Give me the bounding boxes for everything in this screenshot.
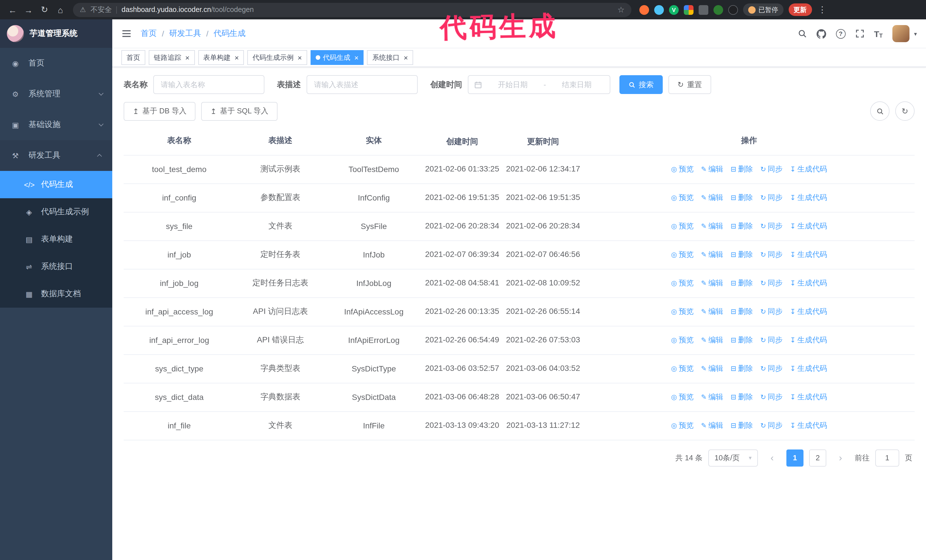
extension-icon[interactable]: [654, 5, 664, 15]
action-preview-link[interactable]: ◎预览: [671, 335, 693, 345]
breadcrumb-home[interactable]: 首页: [141, 29, 157, 39]
logo[interactable]: 芋道管理系统: [0, 20, 112, 48]
refresh-table-button[interactable]: ↻: [895, 101, 915, 121]
close-icon[interactable]: ×: [354, 53, 359, 62]
action-generate-code-link[interactable]: ↧生成代码: [790, 420, 827, 431]
close-icon[interactable]: ×: [235, 53, 239, 62]
view-tab[interactable]: 代码生成示例 ×: [247, 50, 307, 65]
home-icon[interactable]: ⌂: [54, 5, 67, 15]
action-delete-link[interactable]: ⊟删除: [731, 306, 753, 317]
close-icon[interactable]: ×: [185, 53, 189, 62]
action-preview-link[interactable]: ◎预览: [671, 164, 693, 174]
sidebar-item-codegen-example[interactable]: ◈ 代码生成示例: [0, 198, 112, 226]
sidebar-item-infrastructure[interactable]: ▣ 基础设施: [0, 109, 112, 140]
extension-icon[interactable]: [639, 5, 649, 15]
action-generate-code-link[interactable]: ↧生成代码: [790, 249, 827, 260]
next-page-button[interactable]: ›: [832, 449, 849, 466]
search-button[interactable]: 搜索: [619, 75, 663, 94]
action-generate-code-link[interactable]: ↧生成代码: [790, 278, 827, 288]
action-preview-link[interactable]: ◎预览: [671, 392, 693, 402]
forward-icon[interactable]: →: [22, 5, 35, 15]
import-db-button[interactable]: ↥ 基于 DB 导入: [124, 102, 195, 121]
close-icon[interactable]: ×: [404, 53, 408, 62]
reset-button[interactable]: ↻ 重置: [669, 75, 711, 94]
action-edit-link[interactable]: ✎编辑: [701, 193, 723, 203]
action-sync-link[interactable]: ↻同步: [760, 420, 782, 431]
view-tab[interactable]: 表单构建 ×: [198, 50, 244, 65]
action-preview-link[interactable]: ◎预览: [671, 420, 693, 431]
action-preview-link[interactable]: ◎预览: [671, 193, 693, 203]
user-avatar[interactable]: [893, 25, 909, 42]
action-preview-link[interactable]: ◎预览: [671, 221, 693, 231]
action-edit-link[interactable]: ✎编辑: [701, 164, 723, 174]
sidebar-item-form-builder[interactable]: ▤ 表单构建: [0, 226, 112, 253]
action-delete-link[interactable]: ⊟删除: [731, 392, 753, 402]
action-edit-link[interactable]: ✎编辑: [701, 278, 723, 288]
toggle-search-button[interactable]: [870, 101, 890, 121]
action-sync-link[interactable]: ↻同步: [760, 164, 782, 174]
action-sync-link[interactable]: ↻同步: [760, 335, 782, 345]
extension-icon[interactable]: [728, 5, 738, 15]
table-name-input[interactable]: [153, 75, 265, 94]
action-delete-link[interactable]: ⊟删除: [731, 335, 753, 345]
action-delete-link[interactable]: ⊟删除: [731, 193, 753, 203]
action-generate-code-link[interactable]: ↧生成代码: [790, 335, 827, 345]
paused-badge[interactable]: 已暂停: [743, 3, 783, 16]
sidebar-item-database-doc[interactable]: ▦ 数据库文档: [0, 280, 112, 308]
action-sync-link[interactable]: ↻同步: [760, 193, 782, 203]
action-preview-link[interactable]: ◎预览: [671, 278, 693, 288]
search-icon[interactable]: [797, 29, 806, 38]
sidebar-item-system-management[interactable]: ⚙ 系统管理: [0, 78, 112, 109]
breadcrumb-dev-tools[interactable]: 研发工具: [169, 29, 201, 39]
action-preview-link[interactable]: ◎预览: [671, 249, 693, 260]
action-delete-link[interactable]: ⊟删除: [731, 364, 753, 374]
action-edit-link[interactable]: ✎编辑: [701, 392, 723, 402]
sidebar-item-dev-tools[interactable]: ⚒ 研发工具: [0, 140, 112, 171]
action-sync-link[interactable]: ↻同步: [760, 278, 782, 288]
font-size-icon[interactable]: TT: [874, 29, 883, 38]
action-sync-link[interactable]: ↻同步: [760, 306, 782, 317]
view-tab[interactable]: 系统接口 ×: [367, 50, 413, 65]
reload-icon[interactable]: ↻: [38, 5, 51, 15]
import-sql-button[interactable]: ↥ 基于 SQL 导入: [201, 102, 277, 121]
action-edit-link[interactable]: ✎编辑: [701, 420, 723, 431]
action-sync-link[interactable]: ↻同步: [760, 249, 782, 260]
action-sync-link[interactable]: ↻同步: [760, 364, 782, 374]
bookmark-star-icon[interactable]: ☆: [617, 5, 625, 14]
action-delete-link[interactable]: ⊟删除: [731, 278, 753, 288]
back-icon[interactable]: ←: [6, 5, 20, 15]
action-preview-link[interactable]: ◎预览: [671, 306, 693, 317]
action-delete-link[interactable]: ⊟删除: [731, 164, 753, 174]
page-size-select[interactable]: 10条/页 ▾: [708, 449, 758, 466]
sidebar-item-home[interactable]: ◉ 首页: [0, 48, 112, 78]
action-generate-code-link[interactable]: ↧生成代码: [790, 193, 827, 203]
action-generate-code-link[interactable]: ↧生成代码: [790, 364, 827, 374]
close-icon[interactable]: ×: [298, 53, 302, 62]
action-delete-link[interactable]: ⊟删除: [731, 249, 753, 260]
extension-icon[interactable]: [684, 5, 693, 15]
action-edit-link[interactable]: ✎编辑: [701, 335, 723, 345]
extension-icon[interactable]: [699, 5, 708, 15]
help-icon[interactable]: ?: [836, 29, 845, 38]
browser-menu-icon[interactable]: ⋮: [818, 5, 826, 15]
action-generate-code-link[interactable]: ↧生成代码: [790, 392, 827, 402]
action-generate-code-link[interactable]: ↧生成代码: [790, 306, 827, 317]
page-2-button[interactable]: 2: [809, 449, 826, 466]
create-time-range-picker[interactable]: 开始日期 - 结束日期: [468, 75, 610, 94]
prev-page-button[interactable]: ‹: [764, 449, 781, 466]
sidebar-item-code-generation[interactable]: </> 代码生成: [0, 171, 112, 198]
action-edit-link[interactable]: ✎编辑: [701, 306, 723, 317]
action-generate-code-link[interactable]: ↧生成代码: [790, 221, 827, 231]
sidebar-item-system-api[interactable]: ⇌ 系统接口: [0, 253, 112, 280]
action-generate-code-link[interactable]: ↧生成代码: [790, 164, 827, 174]
goto-page-input[interactable]: [875, 449, 899, 466]
action-sync-link[interactable]: ↻同步: [760, 221, 782, 231]
view-tab[interactable]: 首页: [121, 50, 145, 65]
action-sync-link[interactable]: ↻同步: [760, 392, 782, 402]
action-edit-link[interactable]: ✎编辑: [701, 364, 723, 374]
action-delete-link[interactable]: ⊟删除: [731, 221, 753, 231]
view-tab[interactable]: 链路追踪 ×: [149, 50, 195, 65]
action-edit-link[interactable]: ✎编辑: [701, 249, 723, 260]
fullscreen-icon[interactable]: [855, 29, 864, 38]
extension-icon[interactable]: [713, 5, 723, 15]
